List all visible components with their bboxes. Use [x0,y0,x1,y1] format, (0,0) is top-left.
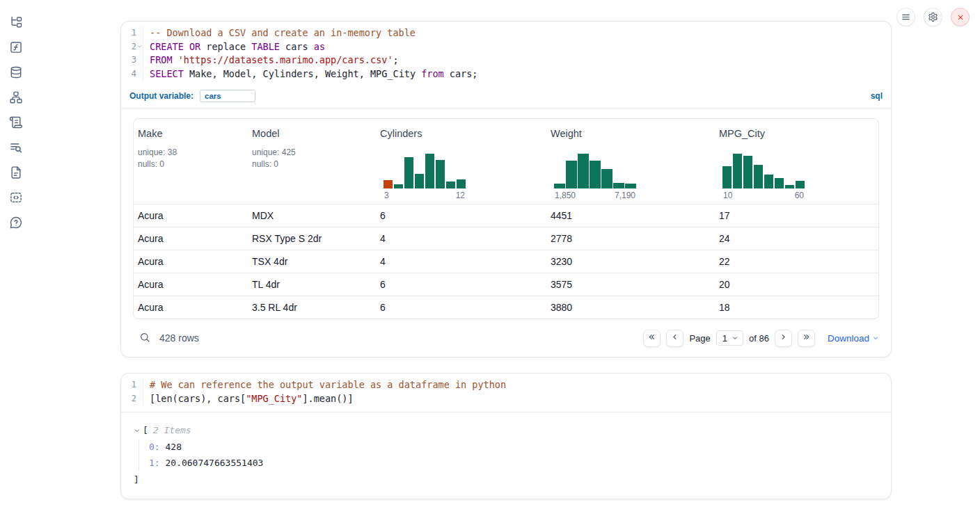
dependency-graph-icon [9,90,23,104]
sidebar-item-text-search[interactable] [8,139,24,156]
table-cell: 3230 [546,250,715,273]
table-footer: 428 rows Page 1 of 86 [133,319,879,357]
fold-toggle-icon[interactable] [136,43,143,49]
table-cell: TL 4dr [248,273,376,296]
histogram-min-label: 1,850 [555,191,576,200]
python-cell: 1# We can reference the output variable … [120,373,892,499]
row-count: 428 rows [159,332,199,344]
file-text-icon [9,166,23,179]
search-button[interactable] [139,332,150,345]
histogram-bar [404,157,413,188]
chevrons-right-icon [802,332,811,344]
histogram-bar [554,184,565,188]
code-content: # We can reference the output variable a… [143,378,506,392]
histogram-max-label: 7,190 [615,191,635,200]
line-number: 3 [121,54,143,67]
table-body: AcuraMDX6445117AcuraRSX Type S 2dr427782… [134,204,878,319]
first-page-button[interactable] [643,330,661,347]
scroll-text-icon [9,115,23,129]
column-title: Weight [551,128,711,139]
column-header-weight[interactable]: Weight1,8507,190 [546,119,715,204]
table-cell: 20 [715,273,878,296]
table-cell: 17 [715,204,878,227]
histogram-bar [415,174,424,188]
histogram-bar [446,182,455,188]
tree-entry: 1: 20.060747663551403 [149,456,880,472]
sidebar-item-function-square[interactable] [8,39,24,56]
function-square-icon [9,40,23,54]
table-cell: Acura [134,273,248,296]
table-cell: Acura [134,204,248,227]
line-number: 2 [121,392,143,406]
chevron-left-icon [670,332,679,344]
table-cell: 2778 [546,227,715,250]
output-variable-row: Output variable: sql [121,87,891,108]
menu-button[interactable] [896,8,915,26]
notebook: 1-- Download a CSV and create an in-memo… [120,21,892,507]
page-select-value: 1 [722,333,727,344]
line-number: 1 [121,378,143,392]
table-cell: 6 [376,296,546,319]
previous-page-button[interactable] [666,330,683,347]
column-stats: unique: 38nulls: 0 [138,147,244,170]
column-header-make[interactable]: Makeunique: 38nulls: 0 [134,119,248,204]
tree-open-bracket: [ [143,424,148,437]
histogram-bar [764,175,773,188]
sidebar-item-dependency-graph[interactable] [8,89,24,106]
download-button[interactable]: Download [828,333,879,344]
histogram-bar [578,154,589,188]
column-header-mpg_city[interactable]: MPG_City1060 [715,119,878,204]
file-tree-icon [9,15,23,29]
sql-cell: 1-- Download a CSV and create an in-memo… [120,21,892,357]
histogram-bar [394,184,403,188]
settings-button[interactable] [924,8,942,26]
sidebar-item-code-snippet[interactable] [8,189,24,206]
line-number: 1 [121,26,143,40]
sidebar-item-help-circle[interactable] [8,214,24,231]
table-cell: Acura [134,296,248,319]
left-sidebar [0,0,32,231]
sidebar-item-file-tree[interactable] [8,14,24,31]
table-cell: TSX 4dr [248,250,376,273]
python-code-editor[interactable]: 1# We can reference the output variable … [121,373,891,412]
column-header-model[interactable]: Modelunique: 425nulls: 0 [248,119,376,204]
table-cell: RSX Type S 2dr [248,227,376,250]
shutdown-button[interactable] [951,8,970,26]
histogram-bar [785,185,794,188]
last-page-button[interactable] [798,330,815,347]
sidebar-item-file-text[interactable] [8,164,24,181]
sidebar-item-database[interactable] [8,64,24,81]
column-histogram: 312 [384,152,466,200]
histogram-bar [436,160,445,188]
line-number: 2 [121,40,143,54]
database-icon [9,65,23,79]
histogram-max-label: 60 [795,191,804,200]
histogram-bar [566,161,577,188]
next-page-button[interactable] [775,330,792,347]
table-cell: 4451 [546,204,715,227]
data-table: Makeunique: 38nulls: 0Modelunique: 425nu… [133,118,879,319]
code-content: [len(cars), cars["MPG_City"].mean()] [143,392,354,406]
output-variable-input[interactable] [200,90,255,102]
chevron-down-icon [732,333,738,344]
tree-collapse-toggle[interactable] [134,427,141,434]
sql-code-editor[interactable]: 1-- Download a CSV and create an in-memo… [121,22,891,87]
histogram-bar [601,169,612,188]
code-line: 2CREATE OR replace TABLE cars as [121,40,891,54]
page-select[interactable]: 1 [716,330,743,346]
code-line: 4SELECT Make, Model, Cylinders, Weight, … [121,67,891,81]
table-footer-left: 428 rows [139,332,199,345]
python-cell-output: [ 2 Items 0: 4281: 20.060747663551403 ] [121,412,891,499]
table-row: Acura3.5 RL 4dr6388018 [134,296,878,319]
chevron-right-icon [779,332,788,344]
sidebar-item-scroll-text[interactable] [8,114,24,131]
code-line: 2[len(cars), cars["MPG_City"].mean()] [121,392,891,406]
pagination: Page 1 of 86 Download [643,330,879,347]
column-header-cylinders[interactable]: Cylinders312 [376,119,546,204]
histogram-bar [457,179,466,188]
text-search-icon [9,140,23,154]
language-badge[interactable]: sql [871,91,883,101]
column-histogram: 1060 [722,152,805,200]
table-row: AcuraTL 4dr6357520 [134,273,878,296]
table-cell: 3880 [546,296,715,319]
